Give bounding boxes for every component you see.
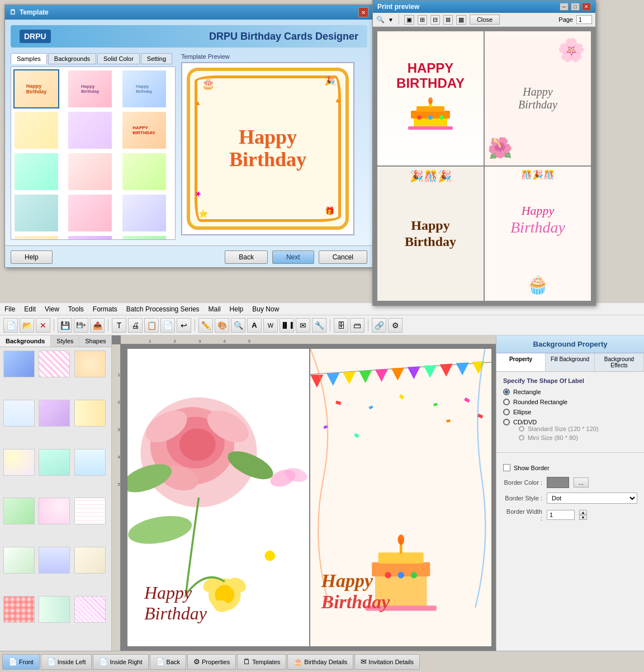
radio-ellipse[interactable]: Ellipse xyxy=(503,409,637,415)
tb-barcode[interactable]: ▐▌▐ xyxy=(280,318,294,333)
menu-batch[interactable]: Batch Processing Series xyxy=(126,305,200,313)
template-grid[interactable]: HappyBirthday HappyBirthday HappyBirthda… xyxy=(11,67,176,240)
template-item[interactable] xyxy=(13,152,59,191)
tb-copy[interactable]: 📋 xyxy=(144,318,159,333)
template-item[interactable] xyxy=(67,111,113,150)
template-item[interactable]: HappyBirthday xyxy=(13,69,59,108)
tb-text[interactable]: T xyxy=(112,318,126,333)
menu-mail[interactable]: Mail xyxy=(209,305,221,313)
tab-backgrounds[interactable]: Backgrounds xyxy=(0,335,51,347)
bg-item[interactable] xyxy=(39,547,70,574)
menu-edit[interactable]: Edit xyxy=(24,305,36,313)
prop-tab-effects[interactable]: Background Effects xyxy=(595,353,644,371)
tb-connect[interactable]: 🔗 xyxy=(372,318,386,333)
tb-export[interactable]: 📤 xyxy=(90,318,105,333)
bg-item[interactable] xyxy=(74,449,106,476)
status-tab-birthday[interactable]: 🎂 Birthday Details xyxy=(287,654,353,670)
bg-item[interactable] xyxy=(39,449,70,476)
menu-buy[interactable]: Buy Now xyxy=(252,305,279,313)
show-border-checkbox[interactable] xyxy=(503,464,510,471)
menu-formats[interactable]: Formats xyxy=(93,305,117,313)
pp-close-x-btn[interactable]: ✕ xyxy=(582,3,591,11)
prop-tab-fill[interactable]: Fill Background xyxy=(546,353,595,371)
tb-envelope[interactable]: ✉ xyxy=(296,318,310,333)
pp-view-icon1[interactable]: ▣ xyxy=(404,15,414,25)
tb-settings[interactable]: ⚙ xyxy=(388,318,402,333)
tb-delete[interactable]: ✕ xyxy=(36,318,50,333)
template-dialog-close[interactable]: ✕ xyxy=(358,7,368,17)
tab-solid-color[interactable]: Solid Color xyxy=(97,53,140,64)
radio-rounded-rect[interactable]: Rounded Rectangle xyxy=(503,399,637,405)
menu-file[interactable]: File xyxy=(4,305,15,313)
template-item[interactable] xyxy=(13,111,59,150)
bg-item[interactable] xyxy=(3,547,35,574)
pp-view-icon3[interactable]: ⊟ xyxy=(430,15,440,25)
tab-shapes[interactable]: Shapes xyxy=(79,335,112,347)
bg-item[interactable] xyxy=(74,547,106,574)
border-width-up[interactable]: ▲ xyxy=(579,510,587,515)
pp-page-input[interactable] xyxy=(576,15,592,24)
template-item[interactable] xyxy=(121,235,167,240)
bg-item[interactable] xyxy=(74,400,106,427)
bg-item[interactable] xyxy=(3,400,35,427)
menu-view[interactable]: View xyxy=(45,305,59,313)
pp-close-button[interactable]: Close xyxy=(470,15,500,25)
border-color-swatch[interactable] xyxy=(547,477,569,488)
tb-draw[interactable]: ✏️ xyxy=(198,318,213,333)
template-item[interactable] xyxy=(67,152,113,191)
template-item[interactable]: HappyBirthday xyxy=(67,69,113,108)
bg-item[interactable] xyxy=(39,400,70,427)
pp-view-icon4[interactable]: ⊠ xyxy=(443,15,453,25)
next-button[interactable]: Next xyxy=(272,250,314,264)
pp-view-icon5[interactable]: ▦ xyxy=(456,15,466,25)
template-item[interactable] xyxy=(121,193,167,233)
tb-db1[interactable]: 🗄 xyxy=(334,318,348,333)
prop-tab-property[interactable]: Property xyxy=(496,353,546,371)
menu-tools[interactable]: Tools xyxy=(68,305,84,313)
pp-minimize-btn[interactable]: ─ xyxy=(560,3,569,11)
pp-view-icon2[interactable]: ⊞ xyxy=(418,15,427,25)
template-item[interactable] xyxy=(67,235,113,240)
bg-item[interactable] xyxy=(3,498,35,524)
tab-backgrounds[interactable]: Backgrounds xyxy=(48,53,96,64)
tb-undo[interactable]: ↩ xyxy=(177,318,191,333)
help-button[interactable]: Help xyxy=(11,250,53,264)
tb-open[interactable]: 📂 xyxy=(20,318,34,333)
tb-db2[interactable]: 🗃 xyxy=(350,318,364,333)
tb-save-as[interactable]: 💾+ xyxy=(74,318,88,333)
bg-item[interactable] xyxy=(39,351,70,377)
status-tab-back[interactable]: 📄 Back xyxy=(150,654,186,670)
bg-item[interactable] xyxy=(74,498,106,524)
bg-item[interactable] xyxy=(74,351,106,377)
status-tab-properties[interactable]: ⚙ Properties xyxy=(187,654,236,670)
tab-setting[interactable]: Setting xyxy=(141,53,172,64)
template-item[interactable] xyxy=(67,193,113,233)
tb-text2[interactable]: A xyxy=(247,318,262,333)
status-tab-inside-left[interactable]: 📄 Inside Left xyxy=(41,654,92,670)
tb-save[interactable]: 💾 xyxy=(58,318,72,333)
bg-item[interactable] xyxy=(3,351,35,377)
tab-styles[interactable]: Styles xyxy=(51,335,79,347)
tb-zoom[interactable]: 🔍 xyxy=(231,318,245,333)
backgrounds-grid[interactable] xyxy=(0,347,111,647)
border-width-down[interactable]: ▼ xyxy=(579,515,587,520)
bg-item[interactable] xyxy=(74,596,106,623)
back-button[interactable]: Back xyxy=(225,250,268,264)
radio-rectangle[interactable]: Rectangle xyxy=(503,389,637,395)
tb-new[interactable]: 📄 xyxy=(3,318,18,333)
template-item[interactable]: HAPPYBIRTHDAY xyxy=(121,111,167,150)
bg-item[interactable] xyxy=(39,596,70,623)
pp-maximize-btn[interactable]: □ xyxy=(571,3,580,11)
template-item[interactable]: HappyBirthday xyxy=(121,69,167,108)
tab-samples[interactable]: Samples xyxy=(11,53,47,64)
status-tab-inside-right[interactable]: 📄 Inside Right xyxy=(93,654,148,670)
template-item[interactable] xyxy=(13,235,59,240)
tb-tool[interactable]: 🔧 xyxy=(312,318,326,333)
tb-word[interactable]: W xyxy=(263,318,278,333)
bg-item[interactable] xyxy=(39,498,70,524)
border-color-browse[interactable]: ... xyxy=(574,477,589,488)
template-item[interactable] xyxy=(13,193,59,233)
status-tab-invitation[interactable]: ✉ Invitation Details xyxy=(354,654,420,670)
tb-paint[interactable]: 🎨 xyxy=(215,318,229,333)
bg-item[interactable] xyxy=(3,449,35,476)
